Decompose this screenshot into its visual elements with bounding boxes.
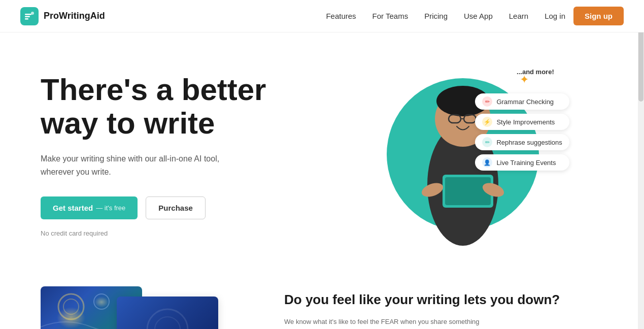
nav-teams[interactable]: For Teams (372, 12, 409, 20)
bottom-right: Do you feel like your writing lets you d… (284, 286, 603, 329)
svg-point-16 (94, 294, 109, 309)
nav-features[interactable]: Features (326, 12, 356, 20)
sparkle-icon: ✦ (520, 73, 529, 86)
bottom-left: My idea in my head (41, 286, 244, 329)
pill-style-icon: ⚡ (482, 117, 492, 127)
pill-training-icon: 👤 (482, 157, 492, 168)
svg-point-18 (155, 317, 180, 329)
svg-rect-11 (445, 177, 491, 205)
scrollbar-track[interactable] (638, 0, 644, 329)
hero-illustration: ...and more! ✦ ✏ Grammar Checking ⚡ Styl… (366, 63, 559, 246)
hero-left: There's a better way to write Make your … (41, 63, 322, 237)
pill-rephrase: ✏ Rephrase suggestions (475, 134, 569, 150)
navbar: ProWritingAid Features For Teams Pricing… (0, 0, 644, 32)
pill-grammar-icon: ✏ (482, 96, 492, 107)
login-button[interactable]: Log in (545, 12, 565, 20)
signup-button[interactable]: Sign up (573, 7, 624, 25)
nav-actions: Log in Sign up (545, 7, 624, 25)
svg-rect-1 (25, 16, 30, 17)
svg-point-3 (31, 12, 34, 15)
brand-name: ProWritingAid (44, 11, 105, 21)
pill-style: ⚡ Style Improvements (475, 114, 569, 130)
svg-point-14 (58, 294, 84, 319)
nav-links: Features For Teams Pricing Use App Learn (326, 12, 528, 21)
logo-icon (20, 7, 39, 25)
pill-rephrase-icon: ✏ (482, 137, 492, 147)
hero-section: There's a better way to write Make your … (0, 32, 644, 276)
pill-training-label: Live Training Events (496, 159, 556, 167)
svg-rect-0 (25, 14, 31, 15)
hero-title: There's a better way to write (41, 73, 322, 140)
svg-point-15 (63, 299, 79, 314)
image-stack: My idea in my head (41, 286, 223, 329)
hero-cta: Get started — it's free Purchase (41, 196, 322, 219)
free-tag: — it's free (96, 204, 125, 212)
get-started-button[interactable]: Get started — it's free (41, 196, 138, 219)
bottom-section: My idea in my head Do you feel like your… (0, 276, 644, 329)
pill-style-label: Style Improvements (496, 118, 555, 126)
get-started-label: Get started (53, 204, 93, 212)
bottom-body: We know what it's like to feel the FEAR … (284, 317, 487, 329)
svg-rect-2 (25, 18, 28, 20)
pill-grammar: ✏ Grammar Checking (475, 93, 569, 110)
bottom-heading: Do you feel like your writing lets you d… (284, 291, 603, 309)
pill-rephrase-label: Rephrase suggestions (496, 139, 562, 146)
hero-right: ...and more! ✦ ✏ Grammar Checking ⚡ Styl… (322, 63, 604, 256)
hero-subtitle: Make your writing shine with our all-in-… (41, 152, 233, 178)
brand-logo[interactable]: ProWritingAid (20, 7, 105, 25)
nav-pricing[interactable]: Pricing (424, 12, 448, 20)
feature-pills: ✏ Grammar Checking ⚡ Style Improvements … (475, 93, 569, 171)
pill-training: 👤 Live Training Events (475, 154, 569, 171)
blue-card-image (117, 297, 218, 329)
no-credit-card-text: No credit card required (41, 229, 322, 237)
nav-learn[interactable]: Learn (509, 12, 528, 20)
svg-point-17 (147, 309, 188, 329)
nav-useapp[interactable]: Use App (464, 12, 493, 20)
pill-grammar-label: Grammar Checking (496, 98, 554, 106)
purchase-button[interactable]: Purchase (146, 196, 206, 219)
